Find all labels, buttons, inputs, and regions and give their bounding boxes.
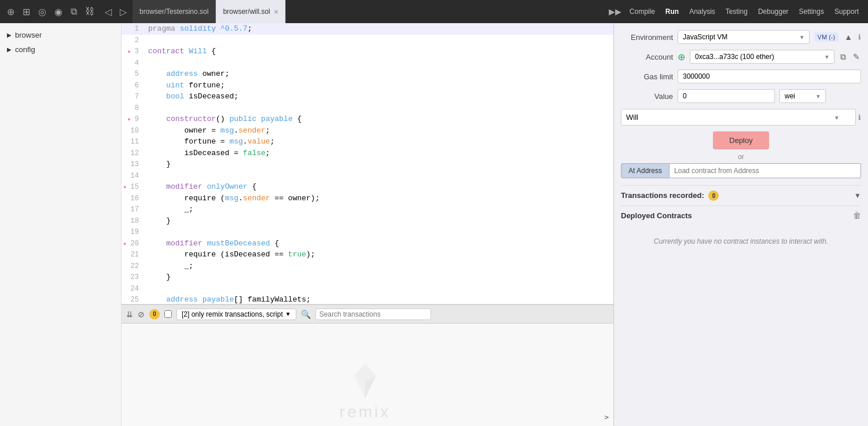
environment-label: Environment: [621, 33, 673, 42]
tabs-area: browser/Testersino.sol browser/will.sol …: [133, 0, 605, 23]
code-line-14: 14: [122, 170, 613, 182]
code-line-19: 19: [122, 226, 613, 238]
search-area: [315, 309, 431, 320]
code-line-25: 25 address payable[] familyWallets;: [122, 294, 613, 304]
search-icon[interactable]: 🔍: [301, 310, 311, 319]
code-line-23: 23 }: [122, 271, 613, 283]
nav-support[interactable]: Support: [830, 4, 863, 19]
expand-icon[interactable]: ▷: [117, 4, 129, 20]
tx-count-badge: 0: [708, 190, 719, 201]
code-line-16: 16 require (msg.sender == owner);: [122, 193, 613, 204]
edit-address-icon[interactable]: ✎: [852, 51, 861, 63]
remix-watermark-text: remix: [340, 403, 391, 421]
sidebar-config-label: config: [15, 45, 35, 54]
clear-icon[interactable]: ⊘: [138, 310, 145, 319]
value-unit-select[interactable]: wei: [779, 89, 826, 103]
code-line-24: 24: [122, 283, 613, 295]
account-label: Account: [621, 53, 673, 61]
nav-testing[interactable]: Testing: [721, 4, 752, 19]
contract-select[interactable]: Will: [621, 109, 856, 126]
filter-chevron-icon: ▼: [285, 311, 291, 317]
nav-debugger[interactable]: Debugger: [753, 4, 793, 19]
filter-dropdown[interactable]: [2] only remix transactions, script ▼: [176, 309, 296, 320]
account-select[interactable]: 0xca3...a733c (100 ether): [690, 50, 834, 64]
tab-testersino[interactable]: browser/Testersino.sol: [133, 0, 216, 23]
contract-chevron-icon: ▼: [834, 114, 840, 120]
sidebar-browser-label: browser: [15, 31, 42, 39]
nav-expand-icon[interactable]: ▶▶: [609, 7, 621, 16]
code-line-13: 13 }: [122, 159, 613, 170]
browser-arrow-icon: ▶: [7, 32, 12, 38]
environment-select[interactable]: JavaScript VM: [678, 30, 810, 44]
right-panel: Environment JavaScript VM ▼ VM (-) ▲ ℹ A…: [613, 23, 868, 426]
copy-address-icon[interactable]: ⧉: [839, 51, 847, 63]
gas-limit-row: Gas limit: [621, 69, 861, 83]
nav-analysis[interactable]: Analysis: [685, 4, 720, 19]
value-input[interactable]: [678, 89, 775, 103]
main-layout: ▶ browser ▶ config 1 pragma solidity ^0.…: [0, 23, 868, 426]
code-line-9: ● 9 constructor() public payable {: [122, 113, 613, 125]
tab-will-label: browser/will.sol: [223, 8, 270, 16]
git-icon[interactable]: ◎: [36, 4, 49, 20]
transactions-section[interactable]: Transactions recorded: 0 ▼: [621, 185, 861, 205]
code-line-17: 17 _;: [122, 204, 613, 215]
at-address-button[interactable]: At Address: [621, 163, 670, 178]
link-icon[interactable]: ⛓: [83, 4, 97, 19]
chevron-double-down-icon[interactable]: ⇊: [126, 310, 133, 319]
tab-will[interactable]: browser/will.sol ✕: [216, 0, 285, 23]
contract-info-icon[interactable]: ℹ: [858, 113, 861, 122]
contract-select-wrapper: Will ▼: [621, 109, 856, 126]
sidebar-item-browser[interactable]: ▶ browser: [0, 28, 121, 42]
env-info-icon[interactable]: ℹ: [858, 33, 861, 41]
code-line-21: 21 require (isDeceased == true);: [122, 249, 613, 260]
nav-run[interactable]: Run: [661, 4, 683, 19]
editor-area: 1 pragma solidity ^0.5.7; 2 ● 3 contract…: [122, 23, 613, 426]
tab-will-close[interactable]: ✕: [274, 9, 278, 15]
svg-marker-3: [365, 377, 376, 399]
prompt-symbol: >: [604, 413, 609, 421]
svg-marker-2: [354, 376, 365, 398]
code-line-15: ● 15 modifier onlyOwner {: [122, 181, 613, 193]
account-add-icon[interactable]: ⊕: [678, 52, 685, 63]
code-line-20: ● 20 modifier mustBeDeceased {: [122, 238, 613, 249]
sidebar-item-config[interactable]: ▶ config: [0, 42, 121, 57]
account-row: Account ⊕ 0xca3...a733c (100 ether) ▼ ⧉ …: [621, 50, 861, 64]
remix-watermark: remix: [126, 363, 604, 421]
account-select-wrapper: 0xca3...a733c (100 ether) ▼: [690, 50, 834, 64]
filter-checkbox[interactable]: [164, 310, 172, 318]
deploy-area: Deploy: [621, 131, 861, 149]
value-row: Value wei ▼: [621, 89, 861, 103]
collapse-icon[interactable]: ◁: [102, 4, 114, 20]
svg-marker-1: [365, 376, 376, 398]
copy-icon[interactable]: ⧉: [68, 4, 79, 19]
code-line-22: 22 _;: [122, 260, 613, 272]
code-line-18: 18 }: [122, 215, 613, 227]
transactions-title: Transactions recorded: 0: [621, 190, 719, 201]
gas-limit-input[interactable]: [678, 69, 861, 83]
code-line-6: 6 uint fortune;: [122, 80, 613, 91]
filter-checkbox-area: [164, 310, 172, 318]
trash-icon[interactable]: 🗑: [853, 211, 861, 220]
nav-right: ▶▶ Compile Run Analysis Testing Debugger…: [609, 4, 863, 19]
github-icon[interactable]: ◉: [52, 4, 65, 20]
environment-row: Environment JavaScript VM ▼ VM (-) ▲ ℹ: [621, 30, 861, 44]
transactions-chevron-icon: ▼: [854, 192, 861, 200]
code-line-11: 11 fortune = msg.value;: [122, 136, 613, 148]
env-up-icon[interactable]: ▲: [843, 31, 854, 43]
config-arrow-icon: ▶: [7, 46, 12, 53]
code-editor[interactable]: 1 pragma solidity ^0.5.7; 2 ● 3 contract…: [122, 23, 613, 304]
left-sidebar: ▶ browser ▶ config: [0, 23, 122, 426]
files-icon[interactable]: ⊞: [20, 4, 32, 20]
deployed-contracts-title: Deployed Contracts: [621, 211, 692, 220]
terminal-area: ⇊ ⊘ 0 [2] only remix transactions, scrip…: [122, 304, 613, 426]
code-line-5: 5 address owner;: [122, 68, 613, 80]
code-line-7: 7 bool isDeceased;: [122, 91, 613, 102]
nav-settings[interactable]: Settings: [795, 4, 829, 19]
at-address-input[interactable]: [670, 163, 861, 178]
search-input[interactable]: [319, 310, 427, 318]
home-icon[interactable]: ⊕: [5, 4, 17, 20]
nav-compile[interactable]: Compile: [625, 4, 660, 19]
terminal-prompt: >: [604, 413, 609, 421]
transaction-badge: 0: [149, 309, 160, 320]
deploy-button[interactable]: Deploy: [713, 131, 768, 149]
